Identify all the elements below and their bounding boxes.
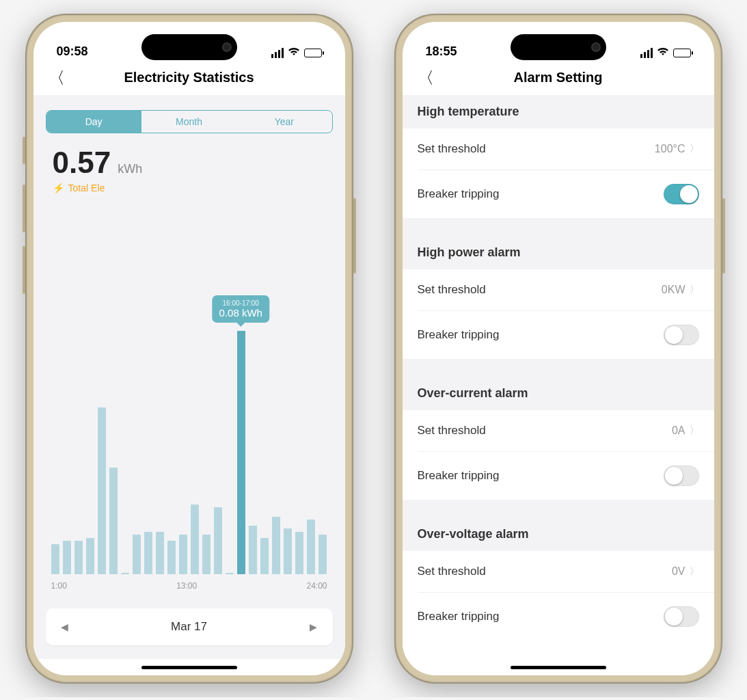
row-label: Breaker tripping: [418, 328, 500, 342]
chart-bar[interactable]: [133, 535, 141, 574]
chart[interactable]: 16:00-17:00 0.08 kWh 1:00 13:00 24:00: [46, 207, 333, 593]
row-label: Set threshold: [418, 565, 486, 578]
period-segment: Day Month Year: [46, 110, 333, 133]
nav-header: 〈 Alarm Setting: [403, 60, 714, 95]
status-time: 09:58: [57, 44, 88, 59]
chart-bar[interactable]: [202, 535, 211, 574]
set-threshold-row[interactable]: Set threshold0KW〉: [403, 269, 714, 310]
chevron-right-icon: 〉: [690, 284, 699, 296]
chart-bar[interactable]: [121, 573, 130, 574]
next-day-button[interactable]: ▶: [310, 621, 317, 632]
breaker-tripping-row: Breaker tripping: [403, 452, 714, 500]
chart-bar[interactable]: [74, 541, 83, 574]
chart-bar[interactable]: [144, 532, 153, 574]
chart-bar[interactable]: [260, 538, 269, 574]
chart-bar[interactable]: [63, 541, 72, 574]
phone-frame-right: 18:55 〈 Alarm Setting High temperatureSe…: [394, 14, 722, 684]
chart-bar[interactable]: [214, 507, 223, 574]
set-threshold-row[interactable]: Set threshold100°C〉: [403, 129, 714, 170]
chart-bar[interactable]: [191, 504, 200, 574]
threshold-value: 0V: [672, 565, 685, 578]
status-icons: [640, 46, 691, 59]
segment-month[interactable]: Month: [141, 111, 236, 133]
threshold-value: 100°C: [655, 143, 685, 155]
dynamic-island: [511, 34, 606, 60]
nav-header: 〈 Electricity Statistics: [33, 60, 345, 95]
chart-bar[interactable]: [167, 541, 176, 574]
battery-icon: [304, 49, 322, 57]
cellular-icon: [271, 48, 284, 58]
prev-day-button[interactable]: ◀: [61, 621, 68, 632]
breaker-toggle[interactable]: [664, 466, 699, 486]
xaxis-tick: 1:00: [51, 581, 67, 591]
chart-bar[interactable]: [272, 517, 281, 574]
breaker-tripping-row: Breaker tripping: [403, 593, 714, 641]
chart-bar[interactable]: [86, 538, 95, 574]
home-indicator[interactable]: [403, 659, 714, 675]
date-label: Mar 17: [171, 620, 207, 634]
battery-icon: [673, 49, 691, 57]
breaker-tripping-row: Breaker tripping: [403, 311, 714, 359]
breaker-toggle[interactable]: [664, 184, 699, 204]
status-time: 18:55: [426, 44, 457, 59]
section-header: Over-voltage alarm: [403, 517, 714, 551]
legend-total: ⚡ Total Ele: [46, 180, 333, 193]
back-button[interactable]: 〈: [418, 67, 434, 89]
page-title: Alarm Setting: [416, 70, 701, 85]
chevron-right-icon: 〉: [690, 425, 699, 437]
row-label: Set threshold: [418, 283, 486, 297]
row-label: Set threshold: [418, 424, 486, 438]
date-navigator: ◀ Mar 17 ▶: [46, 608, 333, 645]
cellular-icon: [640, 48, 653, 58]
chart-bars[interactable]: [51, 301, 327, 574]
section-header: High temperature: [403, 95, 714, 129]
threshold-value: 0KW: [662, 284, 685, 296]
wifi-icon: [657, 46, 669, 59]
wifi-icon: [288, 46, 300, 59]
row-label: Breaker tripping: [418, 187, 500, 201]
chart-bar[interactable]: [307, 520, 316, 574]
chart-bar[interactable]: [226, 573, 234, 574]
chart-bar[interactable]: [98, 407, 107, 574]
bolt-icon: ⚡: [53, 183, 64, 193]
status-icons: [271, 46, 322, 59]
page-title: Electricity Statistics: [47, 70, 331, 85]
screen-right: 18:55 〈 Alarm Setting High temperatureSe…: [403, 22, 714, 675]
home-indicator[interactable]: [33, 659, 345, 675]
row-label: Breaker tripping: [418, 610, 500, 623]
chart-bar[interactable]: [179, 535, 188, 574]
total-row: 0.57 kWh: [46, 146, 333, 180]
chart-bar[interactable]: [156, 532, 165, 574]
threshold-value: 0A: [672, 425, 685, 437]
back-button[interactable]: 〈: [49, 67, 65, 89]
alarm-settings-list[interactable]: High temperatureSet threshold100°C〉Break…: [403, 95, 714, 659]
chart-bar[interactable]: [295, 532, 304, 574]
total-unit: kWh: [118, 162, 142, 176]
chart-xaxis: 1:00 13:00 24:00: [51, 581, 327, 591]
section-header: Over-current alarm: [403, 377, 714, 410]
segment-day[interactable]: Day: [46, 111, 141, 133]
chart-bar[interactable]: [249, 526, 258, 574]
xaxis-tick: 24:00: [306, 581, 327, 591]
segment-year[interactable]: Year: [236, 111, 331, 133]
phone-frame-left: 09:58 〈 Electricity Statistics Day Month…: [25, 14, 353, 684]
breaker-toggle[interactable]: [664, 606, 699, 627]
stats-content: Day Month Year 0.57 kWh ⚡ Total Ele 16:0…: [33, 95, 345, 659]
chart-bar[interactable]: [51, 544, 60, 574]
row-label: Set threshold: [418, 142, 486, 156]
xaxis-tick: 13:00: [176, 581, 197, 591]
screen-left: 09:58 〈 Electricity Statistics Day Month…: [33, 22, 345, 675]
chart-bar[interactable]: [109, 468, 118, 574]
chevron-right-icon: 〉: [690, 143, 699, 155]
row-label: Breaker tripping: [418, 469, 500, 483]
set-threshold-row[interactable]: Set threshold0V〉: [403, 551, 714, 592]
dynamic-island: [141, 34, 237, 60]
chart-bar[interactable]: [237, 331, 246, 574]
breaker-toggle[interactable]: [664, 325, 699, 345]
chart-bar[interactable]: [318, 535, 327, 574]
chevron-right-icon: 〉: [690, 565, 699, 578]
breaker-tripping-row: Breaker tripping: [403, 170, 714, 218]
set-threshold-row[interactable]: Set threshold0A〉: [403, 410, 714, 451]
total-value: 0.57: [53, 146, 111, 180]
chart-bar[interactable]: [284, 528, 293, 574]
